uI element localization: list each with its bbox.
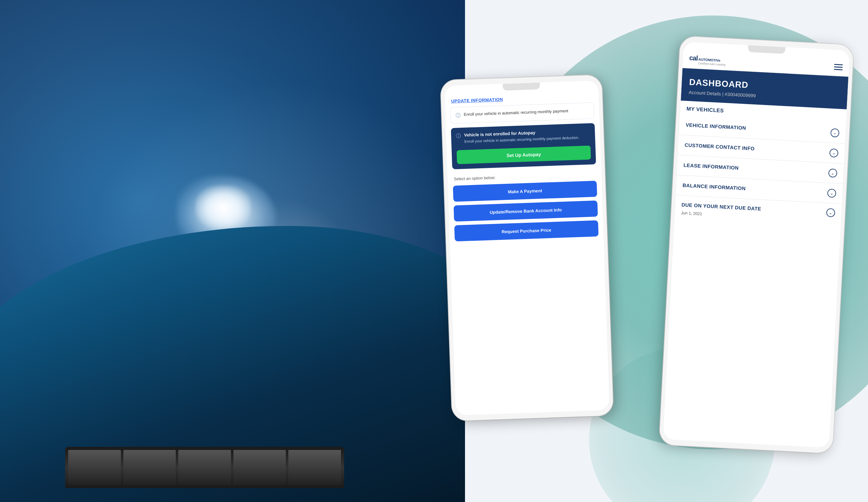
phones-container: cal AUTOMOTIVe Certified Auto Leasing DA… xyxy=(446,15,843,487)
warning-icon: ⓘ xyxy=(456,133,461,139)
accordion-balance-chevron: ⌄ xyxy=(827,189,836,198)
accordion-lease-label: LEASE INFORMATION xyxy=(683,163,739,171)
due-date-label: DUE ON YOUR NEXT DUE DATE xyxy=(681,202,761,212)
autopay-card: ⓘ Vehicle is not enrolled for Autopay En… xyxy=(451,123,596,169)
due-date-chevron: ⌄ xyxy=(826,208,835,217)
accordion-contact-label: CUSTOMER CONTACT INFO xyxy=(684,142,755,151)
setup-autopay-button[interactable]: Set Up Autopay xyxy=(457,146,591,164)
cal-logo: cal AUTOMOTIVe Certified Auto Leasing xyxy=(689,54,726,66)
autopay-text-area: Vehicle is not enrolled for Autopay Enro… xyxy=(464,129,579,144)
request-purchase-price-button[interactable]: Request Purchase Price xyxy=(454,220,599,241)
accordion-vehicle-label: VEHICLE INFORMATION xyxy=(685,123,746,131)
accordion-balance-label: BALANCE INFORMATION xyxy=(682,182,746,191)
accordion-list: VEHICLE INFORMATION ⌄ CUSTOMER CONTACT I… xyxy=(676,115,846,204)
accordion-lease-chevron: ⌄ xyxy=(828,169,837,178)
account-number: #30040009999 xyxy=(724,92,756,98)
brand-name: cal xyxy=(689,54,698,62)
brand-tagline: Certified Auto Leasing xyxy=(698,62,725,66)
phone-update-info: UPDATE INFORMATION ⓘ Enroll your vehicle… xyxy=(441,75,613,421)
hamburger-line-3 xyxy=(834,69,843,70)
brand-suffix: AUTOMOTIVe xyxy=(698,57,721,62)
autopay-warning: ⓘ Vehicle is not enrolled for Autopay En… xyxy=(456,128,590,145)
hamburger-line-1 xyxy=(834,64,843,65)
phone-dashboard: cal AUTOMOTIVe Certified Auto Leasing DA… xyxy=(659,36,854,453)
info-icon: ⓘ xyxy=(456,112,461,119)
enroll-notice-text: Enroll your vehicle in automatic recurri… xyxy=(464,108,569,117)
accordion-vehicle-chevron: ⌄ xyxy=(830,128,839,137)
car-background xyxy=(0,0,465,502)
brand-suffix-area: AUTOMOTIVe Certified Auto Leasing xyxy=(698,56,726,66)
account-label: Account Details xyxy=(689,90,721,96)
hamburger-menu-icon[interactable] xyxy=(834,64,843,70)
hamburger-line-2 xyxy=(834,66,843,67)
update-bank-button[interactable]: Update/Remove Bank Account Info xyxy=(454,200,598,222)
accordion-contact-chevron: ⌄ xyxy=(829,148,838,157)
